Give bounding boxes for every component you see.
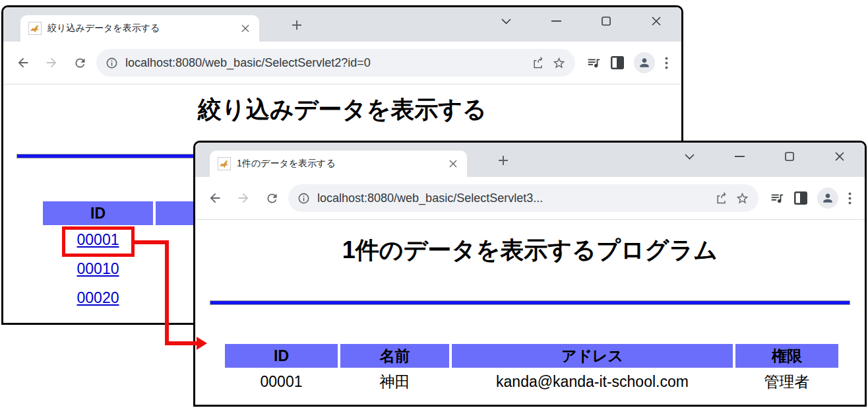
tab-filtered-data[interactable]: 絞り込みデータを表示する bbox=[20, 15, 259, 42]
site-info-icon[interactable] bbox=[297, 192, 310, 205]
toolbar-back: localhost:8080/web_basic/SelectServlet2?… bbox=[3, 42, 681, 85]
page-title: 1件のデータを表示するプログラム bbox=[195, 220, 865, 265]
column-header-role: 権限 bbox=[735, 344, 838, 368]
tab-search-chevron-icon[interactable] bbox=[481, 7, 531, 35]
cell-role: 管理者 bbox=[735, 368, 838, 395]
maximize-button[interactable] bbox=[581, 7, 631, 35]
tab-title: 絞り込みデータを表示する bbox=[47, 22, 233, 34]
new-tab-button[interactable] bbox=[286, 14, 308, 36]
tab-close-icon[interactable] bbox=[447, 158, 459, 170]
window-controls bbox=[664, 143, 865, 170]
site-info-icon[interactable] bbox=[106, 57, 118, 69]
reload-icon[interactable] bbox=[260, 186, 284, 210]
back-arrow-icon[interactable] bbox=[203, 186, 227, 210]
id-link-00001[interactable]: 00001 bbox=[77, 231, 119, 249]
media-playlist-icon[interactable] bbox=[770, 191, 784, 205]
address-bar[interactable]: localhost:8080/web_basic/SelectServlet2?… bbox=[96, 49, 575, 77]
column-header-id: ID bbox=[43, 201, 153, 225]
url-text[interactable]: localhost:8080/web_basic/SelectServlet2?… bbox=[125, 56, 524, 70]
column-header-name: 名前 bbox=[340, 344, 449, 368]
minimize-button[interactable] bbox=[714, 143, 764, 170]
close-button[interactable] bbox=[631, 7, 681, 35]
bookmark-star-icon[interactable] bbox=[735, 191, 749, 205]
back-arrow-icon[interactable] bbox=[11, 51, 35, 75]
table-row: 00001 神田 kanda@kanda-it-school.com 管理者 bbox=[225, 368, 838, 395]
tab-single-record[interactable]: 1件のデータを表示する bbox=[210, 151, 467, 177]
cell-name: 神田 bbox=[340, 368, 449, 395]
browser-window-front: 1件のデータを表示する bbox=[193, 141, 867, 407]
tab-strip-back: 絞り込みデータを表示する bbox=[3, 7, 681, 42]
single-record-table: ID 名前 アドレス 権限 00001 神田 kanda@kanda-it-sc… bbox=[225, 344, 838, 395]
tab-title: 1件のデータを表示する bbox=[237, 158, 441, 170]
extension-area bbox=[763, 187, 857, 209]
column-header-address: アドレス bbox=[452, 344, 733, 368]
extension-area bbox=[580, 52, 673, 73]
profile-avatar-icon[interactable] bbox=[634, 52, 655, 73]
three-dot-menu-icon[interactable] bbox=[665, 57, 668, 69]
share-icon[interactable] bbox=[532, 56, 545, 69]
id-link-00020[interactable]: 00020 bbox=[77, 289, 119, 307]
column-header-id: ID bbox=[225, 344, 338, 368]
new-tab-button[interactable] bbox=[492, 149, 514, 172]
side-panel-icon[interactable] bbox=[611, 56, 624, 69]
toolbar-front: localhost:8080/web_basic/SelectServlet3.… bbox=[195, 177, 865, 220]
three-dot-menu-icon[interactable] bbox=[848, 192, 852, 205]
share-icon[interactable] bbox=[715, 191, 728, 205]
screenshot-canvas: 絞り込みデータを表示する bbox=[0, 0, 868, 408]
tab-close-icon[interactable] bbox=[239, 22, 251, 34]
close-button[interactable] bbox=[815, 143, 865, 170]
tomcat-favicon-icon bbox=[218, 157, 231, 170]
minimize-button[interactable] bbox=[531, 7, 581, 35]
page-content-front: 1件のデータを表示するプログラム ID 名前 アドレス 権限 00001 神田 … bbox=[195, 220, 865, 404]
page-title: 絞り込みデータを表示する bbox=[3, 85, 681, 124]
window-controls bbox=[481, 7, 681, 35]
horizontal-rule bbox=[210, 300, 850, 305]
url-text[interactable]: localhost:8080/web_basic/SelectServlet3.… bbox=[317, 191, 708, 205]
bookmark-star-icon[interactable] bbox=[552, 56, 566, 70]
reload-icon[interactable] bbox=[68, 51, 92, 75]
cell-address: kanda@kanda-it-school.com bbox=[452, 368, 733, 395]
tab-search-chevron-icon[interactable] bbox=[664, 143, 714, 170]
tab-strip-front: 1件のデータを表示する bbox=[195, 143, 865, 177]
forward-arrow-icon[interactable] bbox=[232, 186, 255, 210]
media-playlist-icon[interactable] bbox=[586, 55, 601, 70]
forward-arrow-icon[interactable] bbox=[40, 51, 63, 75]
tomcat-favicon-icon bbox=[28, 22, 42, 35]
maximize-button[interactable] bbox=[764, 143, 815, 170]
table-header-row: ID 名前 アドレス 権限 bbox=[225, 344, 838, 368]
address-bar[interactable]: localhost:8080/web_basic/SelectServlet3.… bbox=[288, 184, 759, 212]
profile-avatar-icon[interactable] bbox=[817, 187, 838, 209]
id-link-00010[interactable]: 00010 bbox=[77, 260, 119, 278]
cell-id: 00001 bbox=[225, 368, 338, 395]
side-panel-icon[interactable] bbox=[794, 191, 807, 205]
